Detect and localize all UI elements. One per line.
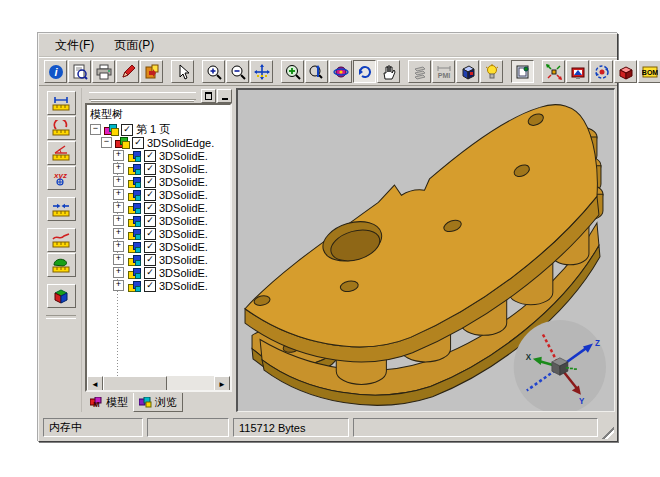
checkbox[interactable]: ✓ [144,267,156,279]
checkbox[interactable]: ✓ [121,124,133,136]
render-mode-button[interactable] [566,60,589,83]
measure-curve-length-button[interactable] [47,228,76,252]
about-button[interactable]: i [44,60,67,83]
tab-browse[interactable]: 浏览 [133,393,183,412]
scrollbar-thumb[interactable] [103,376,167,392]
pan-button[interactable] [250,60,273,83]
measure-radius-button[interactable] [47,116,76,140]
expand-icon[interactable]: + [113,267,124,278]
status-bytes: 115712 Bytes [233,418,349,437]
menu-bar: 文件(F) 页面(P) [39,34,617,57]
measure-area-button[interactable] [47,253,76,277]
rotate-view-button[interactable] [329,60,352,83]
panel-gripper[interactable] [89,92,196,100]
checkbox[interactable]: ✓ [144,215,156,227]
panel-tabs: M 模型 浏览 [85,392,232,412]
tree-item-part[interactable]: + ✓ 3DSolidE. [87,214,230,227]
light-button[interactable] [480,60,503,83]
tree-item-part[interactable]: + ✓ 3DSolidE. [87,149,230,162]
tree-item-part[interactable]: + ✓ 3DSolidE. [87,266,230,279]
expand-icon[interactable]: + [113,150,124,161]
tree-item-part[interactable]: + ✓ 3DSolidE. [87,253,230,266]
scroll-left-arrow-icon[interactable]: ◄ [87,376,103,392]
expand-icon[interactable]: + [113,280,124,291]
tree-children: + ✓ 3DSolidE. + ✓ 3DSolidE. + ✓ 3DSolidE… [87,149,230,292]
part-icon [126,267,142,278]
refresh-button[interactable] [353,60,376,83]
measure-volume-button[interactable] [47,284,76,308]
measure-angle-button[interactable] [47,141,76,165]
tree-item-part[interactable]: + ✓ 3DSolidE. [87,227,230,240]
checkbox[interactable]: ✓ [144,228,156,240]
checkbox[interactable]: ✓ [144,150,156,162]
markup-button[interactable] [116,60,139,83]
bom-button[interactable]: BOM [638,60,660,83]
tree-item-assembly[interactable]: − ✓ 3DSolidEdge. [87,136,230,149]
hand-pan-button[interactable] [377,60,400,83]
expand-icon[interactable]: + [113,189,124,200]
checkbox[interactable]: ✓ [144,163,156,175]
checkbox[interactable]: ✓ [144,254,156,266]
tree-item-part[interactable]: + ✓ 3DSolidE. [87,201,230,214]
part-canvas: Z X Y [238,90,614,411]
checkbox[interactable]: ✓ [144,202,156,214]
export-button[interactable] [140,60,163,83]
collapse-icon[interactable]: − [101,137,112,148]
expand-icon[interactable]: + [113,241,124,252]
checkbox[interactable]: ✓ [144,280,156,292]
material-button[interactable] [456,60,479,83]
select-button[interactable] [171,60,194,83]
viewport-3d[interactable]: Z X Y [236,88,615,412]
expand-icon[interactable]: + [113,176,124,187]
measure-distance-button[interactable] [47,197,76,221]
expand-icon[interactable]: + [113,202,124,213]
bom-icon: BOM [642,64,658,80]
scrollbar-track[interactable] [167,376,214,390]
zoom-in-button[interactable] [202,60,225,83]
layers-button[interactable] [408,60,431,83]
tree-horizontal-scrollbar[interactable]: ◄ ► [87,376,230,390]
checkbox[interactable]: ✓ [144,241,156,253]
expand-icon[interactable]: + [113,228,124,239]
resize-grip[interactable] [602,427,614,439]
tree-rows: − ✓ 第 1 页 − [87,123,230,376]
collapse-icon[interactable]: − [90,124,101,135]
measure-coordinate-button[interactable]: xyz [47,166,76,190]
scroll-right-arrow-icon[interactable]: ► [214,376,230,392]
menu-page[interactable]: 页面(P) [106,35,162,56]
tree-item-page[interactable]: − ✓ 第 1 页 [87,123,230,136]
tree-item-part[interactable]: + ✓ 3DSolidE. [87,175,230,188]
tab-model[interactable]: M 模型 [85,393,133,412]
spin-button[interactable] [590,60,613,83]
part-icon [126,241,142,252]
zoom-out-button[interactable] [226,60,249,83]
pmi-button[interactable]: PMI [432,60,455,83]
print-button[interactable] [92,60,115,83]
panel-restore-button[interactable] [201,89,216,103]
zoom-window-button[interactable] [281,60,304,83]
expand-icon[interactable]: + [113,215,124,226]
section-button[interactable] [614,60,637,83]
expand-icon[interactable]: + [113,254,124,265]
tree-item-part[interactable]: + ✓ 3DSolidE. [87,279,230,292]
menu-file[interactable]: 文件(F) [47,35,102,56]
measure-coordinate-icon: xyz [51,170,71,186]
orientation-widget[interactable]: Z X Y [514,320,606,411]
zoom-in-icon [206,64,222,80]
expand-icon[interactable]: + [113,163,124,174]
measure-length-button[interactable] [47,91,76,115]
explode-button[interactable] [542,60,565,83]
notebook-button[interactable] [511,60,534,83]
part-icon [126,202,142,213]
dynamic-zoom-button[interactable] [305,60,328,83]
svg-text:BOM: BOM [642,69,658,76]
status-panel-2 [147,418,229,437]
checkbox[interactable]: ✓ [144,189,156,201]
checkbox[interactable]: ✓ [132,137,144,149]
checkbox[interactable]: ✓ [144,176,156,188]
tree-item-part[interactable]: + ✓ 3DSolidE. [87,240,230,253]
tree-item-part[interactable]: + ✓ 3DSolidE. [87,188,230,201]
tree-item-part[interactable]: + ✓ 3DSolidE. [87,162,230,175]
preview-button[interactable] [68,60,91,83]
panel-minimize-button[interactable] [217,89,232,103]
